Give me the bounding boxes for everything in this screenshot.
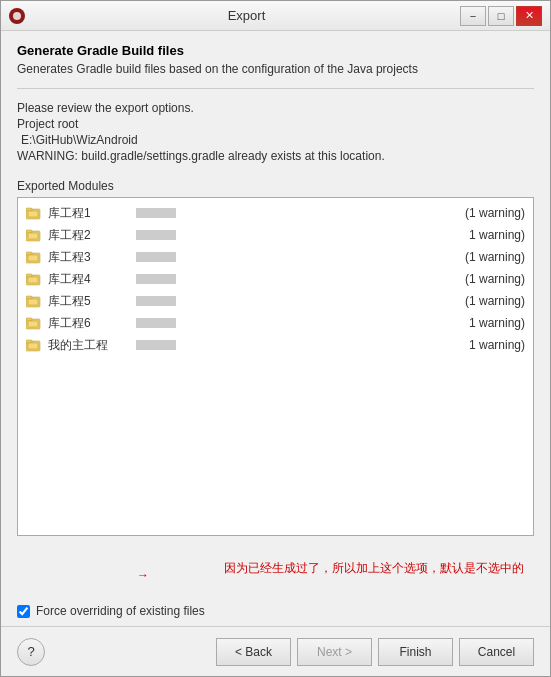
annotation-arrow: → — [137, 568, 149, 582]
module-folder-icon — [26, 293, 42, 309]
svg-rect-3 — [28, 211, 38, 217]
module-name: 库工程2 — [48, 227, 128, 244]
svg-rect-17 — [26, 318, 32, 321]
svg-rect-6 — [28, 233, 38, 239]
project-root-label: Project root — [17, 117, 534, 131]
module-bar — [136, 252, 176, 262]
window-icon — [9, 8, 25, 24]
force-override-label[interactable]: Force overriding of existing files — [36, 604, 205, 618]
warning-text: WARNING: build.gradle/settings.gradle al… — [17, 149, 534, 163]
bottom-bar: ? < Back Next > Finish Cancel — [1, 626, 550, 676]
module-folder-icon — [26, 337, 42, 353]
module-warning: (1 warning) — [465, 294, 525, 308]
minimize-button[interactable]: − — [460, 6, 486, 26]
close-button[interactable]: ✕ — [516, 6, 542, 26]
svg-rect-12 — [28, 277, 38, 283]
svg-rect-18 — [28, 321, 38, 327]
module-name: 库工程4 — [48, 271, 128, 288]
module-bar — [136, 208, 176, 218]
module-name: 库工程6 — [48, 315, 128, 332]
module-warning: 1 warning) — [469, 228, 525, 242]
svg-rect-15 — [28, 299, 38, 305]
svg-rect-5 — [26, 230, 32, 233]
modules-label: Exported Modules — [17, 179, 534, 193]
main-content: Generate Gradle Build files Generates Gr… — [1, 31, 550, 626]
module-name: 库工程3 — [48, 249, 128, 266]
window-controls: − □ ✕ — [460, 6, 542, 26]
svg-point-0 — [13, 12, 21, 20]
module-item[interactable]: 库工程4(1 warning) — [18, 268, 533, 290]
section-description: Generates Gradle build files based on th… — [17, 62, 534, 76]
back-button[interactable]: < Back — [216, 638, 291, 666]
svg-rect-11 — [26, 274, 32, 277]
module-folder-icon — [26, 205, 42, 221]
module-warning: 1 warning) — [469, 338, 525, 352]
module-bar — [136, 274, 176, 284]
options-section: Please review the export options. Projec… — [17, 101, 534, 171]
window-title: Export — [33, 8, 460, 23]
module-folder-icon — [26, 227, 42, 243]
svg-rect-2 — [26, 208, 32, 211]
help-button[interactable]: ? — [17, 638, 45, 666]
module-item[interactable]: 库工程21 warning) — [18, 224, 533, 246]
export-window: Export − □ ✕ Generate Gradle Build files… — [0, 0, 551, 677]
title-bar: Export − □ ✕ — [1, 1, 550, 31]
annotation-text: 因为已经生成过了，所以加上这个选项，默认是不选中的 — [224, 560, 524, 577]
module-folder-icon — [26, 315, 42, 331]
svg-rect-21 — [28, 343, 38, 349]
module-item[interactable]: 库工程5(1 warning) — [18, 290, 533, 312]
force-override-checkbox[interactable] — [17, 605, 30, 618]
module-name: 库工程1 — [48, 205, 128, 222]
modules-container: Exported Modules 库工程1(1 warning) 库工程21 w… — [17, 179, 534, 536]
divider — [17, 88, 534, 89]
finish-button[interactable]: Finish — [378, 638, 453, 666]
module-bar — [136, 318, 176, 328]
svg-rect-8 — [26, 252, 32, 255]
section-title: Generate Gradle Build files — [17, 43, 534, 58]
module-item[interactable]: 库工程3(1 warning) — [18, 246, 533, 268]
module-name: 库工程5 — [48, 293, 128, 310]
module-folder-icon — [26, 271, 42, 287]
module-bar — [136, 230, 176, 240]
module-bar — [136, 296, 176, 306]
restore-button[interactable]: □ — [488, 6, 514, 26]
module-item[interactable]: 库工程1(1 warning) — [18, 202, 533, 224]
module-warning: 1 warning) — [469, 316, 525, 330]
review-text: Please review the export options. — [17, 101, 534, 115]
svg-rect-20 — [26, 340, 32, 343]
checkbox-area: Force overriding of existing files — [17, 604, 534, 618]
module-item[interactable]: 我的主工程1 warning) — [18, 334, 533, 356]
svg-rect-9 — [28, 255, 38, 261]
module-name: 我的主工程 — [48, 337, 128, 354]
module-warning: (1 warning) — [465, 206, 525, 220]
annotation-area: → 因为已经生成过了，所以加上这个选项，默认是不选中的 — [17, 540, 534, 600]
modules-list[interactable]: 库工程1(1 warning) 库工程21 warning) 库工程3(1 wa… — [17, 197, 534, 536]
project-root-value: E:\GitHub\WizAndroid — [17, 133, 534, 147]
next-button[interactable]: Next > — [297, 638, 372, 666]
cancel-button[interactable]: Cancel — [459, 638, 534, 666]
module-folder-icon — [26, 249, 42, 265]
svg-rect-14 — [26, 296, 32, 299]
module-warning: (1 warning) — [465, 250, 525, 264]
module-bar — [136, 340, 176, 350]
module-warning: (1 warning) — [465, 272, 525, 286]
module-item[interactable]: 库工程61 warning) — [18, 312, 533, 334]
